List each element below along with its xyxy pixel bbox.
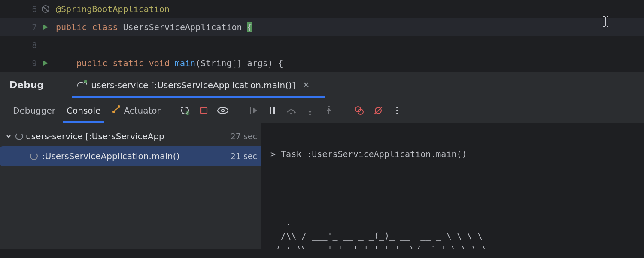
line-number: 9: [13, 58, 37, 68]
svg-marker-20: [308, 111, 312, 113]
console-ascii-art: . ____ _ __ _ _ /\\ / ___'_ __ _ _(_)_ _…: [270, 215, 635, 249]
run-configuration-label: users-service [:UsersServiceApplication.…: [91, 80, 295, 90]
mute-breakpoints-button[interactable]: [371, 103, 386, 118]
editor-line[interactable]: 9 public static void main(String[] args)…: [0, 54, 644, 72]
svg-marker-14: [253, 108, 257, 114]
gutter[interactable]: 6: [0, 4, 52, 14]
line-number: 6: [13, 4, 37, 14]
svg-line-1: [43, 7, 48, 12]
tool-window-title: Debug: [9, 80, 44, 90]
gutter[interactable]: 7: [0, 22, 52, 32]
line-number: 8: [13, 40, 37, 50]
editor-line[interactable]: 8: [0, 36, 644, 54]
text-cursor-icon: [602, 15, 610, 28]
line-number: 7: [13, 22, 37, 32]
svg-point-29: [396, 107, 398, 108]
resume-program-button[interactable]: [246, 103, 261, 118]
editor-line[interactable]: 7 public class UsersServiceApplication {: [0, 18, 644, 36]
spinner-icon: [30, 152, 38, 160]
editor-line[interactable]: 6 @SpringBootApplication: [0, 0, 644, 18]
svg-marker-7: [181, 106, 183, 108]
tool-window-header: Debug users-service [:UsersServiceApplic…: [0, 72, 644, 98]
gradle-icon: [76, 79, 88, 91]
svg-point-18: [290, 113, 292, 114]
console-output[interactable]: > Task :UsersServiceApplication.main() .…: [262, 123, 644, 249]
pause-program-button[interactable]: [265, 103, 279, 118]
tree-child-row[interactable]: :UsersServiceApplication.main() 21 sec: [0, 146, 261, 166]
code-text[interactable]: @SpringBootApplication: [52, 4, 644, 14]
run-gutter-icon[interactable]: [39, 60, 52, 67]
svg-point-11: [218, 108, 228, 114]
svg-marker-2: [43, 25, 48, 30]
code-text[interactable]: public static void main(String[] args) {: [52, 58, 644, 68]
tree-child-label: :UsersServiceApplication.main(): [42, 151, 179, 161]
code-text[interactable]: public class UsersServiceApplication {: [52, 22, 644, 32]
svg-point-4: [84, 80, 87, 83]
run-gutter-icon[interactable]: [39, 24, 52, 31]
caret: {: [247, 22, 252, 32]
process-tree[interactable]: users-service [:UsersServiceApp 27 sec :…: [0, 123, 262, 249]
svg-point-12: [222, 109, 224, 112]
svg-point-21: [309, 114, 311, 115]
debug-tool-window: Debug users-service [:UsersServiceApplic…: [0, 72, 644, 249]
tree-root-row[interactable]: users-service [:UsersServiceApp 27 sec: [0, 126, 261, 146]
svg-marker-3: [43, 61, 48, 66]
step-out-button[interactable]: [322, 103, 336, 118]
code-editor[interactable]: 6 @SpringBootApplication 7 public class …: [0, 0, 644, 72]
gutter[interactable]: 8: [0, 40, 52, 50]
svg-rect-10: [201, 108, 207, 114]
actuator-tab[interactable]: Actuator: [108, 98, 164, 123]
run-configuration-tab[interactable]: users-service [:UsersServiceApplication.…: [76, 72, 309, 98]
stop-button[interactable]: [197, 103, 211, 118]
svg-point-31: [396, 113, 398, 114]
more-actions-button[interactable]: [390, 103, 404, 118]
svg-rect-16: [273, 108, 275, 114]
view-breakpoints-icon[interactable]: [352, 103, 367, 118]
step-over-button[interactable]: [284, 103, 298, 118]
chevron-down-icon[interactable]: [4, 134, 13, 139]
rerun-button[interactable]: [178, 103, 192, 118]
not-allowed-icon[interactable]: [39, 5, 52, 13]
gutter[interactable]: 9: [0, 58, 52, 68]
tree-root-label: users-service [:UsersServiceApp: [26, 131, 164, 141]
view-breakpoints-button[interactable]: [216, 103, 230, 118]
tree-root-time: 27 sec: [231, 132, 261, 141]
svg-rect-13: [250, 108, 251, 114]
actuator-icon: [112, 104, 121, 116]
svg-point-9: [187, 112, 188, 113]
step-into-button[interactable]: [303, 103, 317, 118]
svg-point-24: [328, 106, 330, 108]
console-tab[interactable]: Console: [63, 98, 104, 123]
tree-child-time: 21 sec: [231, 151, 261, 161]
spinner-icon: [15, 132, 23, 140]
close-tab-button[interactable]: [303, 80, 309, 89]
svg-point-30: [396, 110, 398, 111]
debugger-tab[interactable]: Debugger: [9, 98, 59, 123]
svg-marker-17: [294, 111, 296, 114]
tool-window-toolbar: Debugger Console Actuator: [0, 98, 644, 123]
svg-marker-23: [327, 108, 331, 111]
tool-window-body: users-service [:UsersServiceApp 27 sec :…: [0, 123, 644, 249]
console-line: > Task :UsersServiceApplication.main(): [270, 149, 635, 159]
svg-rect-15: [270, 108, 271, 114]
